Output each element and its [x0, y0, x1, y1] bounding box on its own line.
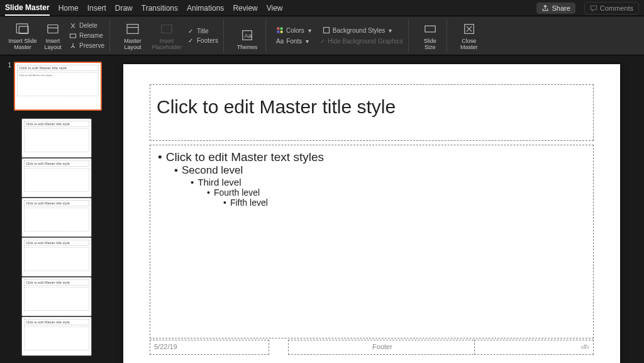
thumbnail-layout[interactable]: Click to edit Master title style [21, 118, 92, 158]
svg-rect-5 [127, 25, 138, 34]
background-styles-icon [323, 26, 330, 34]
delete-button[interactable]: Delete [68, 21, 106, 30]
svg-rect-7 [162, 25, 172, 33]
svg-rect-13 [280, 31, 283, 33]
rename-button[interactable]: Rename [68, 31, 106, 40]
themes-icon: Aa [239, 27, 255, 43]
themes-button[interactable]: Aa Themes [233, 19, 262, 52]
thumbnail-layout[interactable]: Click to edit Master title style [21, 316, 92, 356]
svg-rect-15 [425, 26, 435, 32]
chevron-down-icon: ▾ [389, 27, 392, 34]
date-placeholder[interactable]: 5/22/19 [150, 340, 269, 355]
thumbnail-master[interactable]: Click to edit Master title style Click t… [14, 62, 102, 111]
chevron-down-icon: ▾ [308, 27, 311, 34]
checkmark-icon: ✓ [320, 38, 325, 45]
svg-text:Aa: Aa [244, 32, 252, 39]
slide-number-placeholder[interactable]: ‹#› [474, 340, 594, 355]
fonts-icon: Aa [276, 38, 284, 45]
master-content-placeholder[interactable]: Click to edit Master text styles Second … [150, 145, 594, 338]
slide-master-canvas[interactable]: Click to edit Master title style Click t… [123, 64, 620, 363]
ribbon-tabs: Slide Master Home Insert Draw Transition… [0, 0, 644, 16]
insert-placeholder-button: Insert Placeholder [149, 19, 184, 52]
colors-icon [276, 26, 284, 34]
slide-size-button[interactable]: Slide Size [418, 19, 443, 52]
comments-button[interactable]: Comments [584, 2, 639, 14]
svg-rect-0 [16, 24, 28, 33]
share-label: Share [552, 4, 570, 12]
insert-slide-master-button[interactable]: Insert Slide Master [8, 19, 38, 52]
hide-background-checkbox: ✓ Hide Background Graphics [319, 37, 404, 45]
tab-view[interactable]: View [267, 1, 283, 15]
thumbnail-layout[interactable]: Click to edit Master title style [21, 277, 92, 316]
bullet-level-2[interactable]: Second level [174, 164, 586, 177]
bullet-level-5[interactable]: Fifth level [223, 198, 586, 208]
tab-slide-master[interactable]: Slide Master [5, 1, 50, 16]
share-button[interactable]: Share [536, 3, 575, 14]
comments-label: Comments [600, 4, 633, 12]
svg-rect-11 [280, 28, 283, 30]
svg-rect-1 [19, 26, 28, 33]
master-layout-icon [125, 21, 141, 37]
close-master-button[interactable]: Close Master [456, 19, 482, 52]
svg-rect-12 [277, 31, 279, 33]
slide-canvas-area[interactable]: Click to edit Master title style Click t… [107, 55, 644, 363]
fonts-button[interactable]: Aa Fonts▾ [275, 37, 310, 45]
chevron-down-icon: ▾ [306, 38, 309, 45]
svg-rect-4 [70, 34, 76, 38]
title-checkbox[interactable]: Title [187, 27, 219, 35]
svg-rect-10 [277, 28, 279, 30]
insert-layout-button[interactable]: Insert Layout [40, 19, 65, 52]
insert-slide-master-icon [14, 21, 31, 37]
thumbnail-layout[interactable]: Click to edit Master title style [21, 198, 92, 237]
bullet-level-4[interactable]: Fourth level [207, 187, 586, 198]
close-icon [461, 21, 477, 37]
master-layout-button[interactable]: Master Layout [119, 19, 147, 52]
slide-thumbnails-panel[interactable]: 1 Click to edit Master title style Click… [0, 55, 107, 363]
footers-checkbox[interactable]: Footers [187, 36, 219, 45]
master-title-placeholder[interactable]: Click to edit Master title style [150, 84, 594, 141]
tab-insert[interactable]: Insert [87, 1, 106, 15]
bullet-level-1[interactable]: Click to edit Master text styles [158, 150, 586, 164]
preserve-button[interactable]: Preserve [68, 42, 106, 50]
bullet-level-3[interactable]: Third level [191, 177, 586, 187]
ribbon: Insert Slide Master Insert Layout Delete… [0, 16, 644, 55]
tab-review[interactable]: Review [233, 1, 257, 15]
workspace: 1 Click to edit Master title style Click… [0, 55, 644, 363]
tab-home[interactable]: Home [58, 1, 79, 15]
svg-rect-2 [48, 25, 58, 33]
svg-rect-14 [323, 28, 329, 33]
tab-transitions[interactable]: Transitions [142, 1, 178, 15]
tab-draw[interactable]: Draw [115, 1, 133, 15]
colors-button[interactable]: Colors▾ [275, 26, 313, 35]
thumbnail-layout[interactable]: Click to edit Master title style [21, 237, 92, 277]
thumbnail-layout[interactable]: Click to edit Master title style [21, 158, 92, 198]
slide-size-icon [422, 21, 438, 37]
master-number: 1 [5, 62, 11, 111]
insert-placeholder-icon [158, 21, 175, 37]
tab-animations[interactable]: Animations [187, 1, 224, 15]
background-styles-button[interactable]: Background Styles▾ [321, 26, 393, 35]
footer-placeholder[interactable]: Footer [288, 340, 477, 355]
insert-layout-icon [45, 21, 61, 37]
